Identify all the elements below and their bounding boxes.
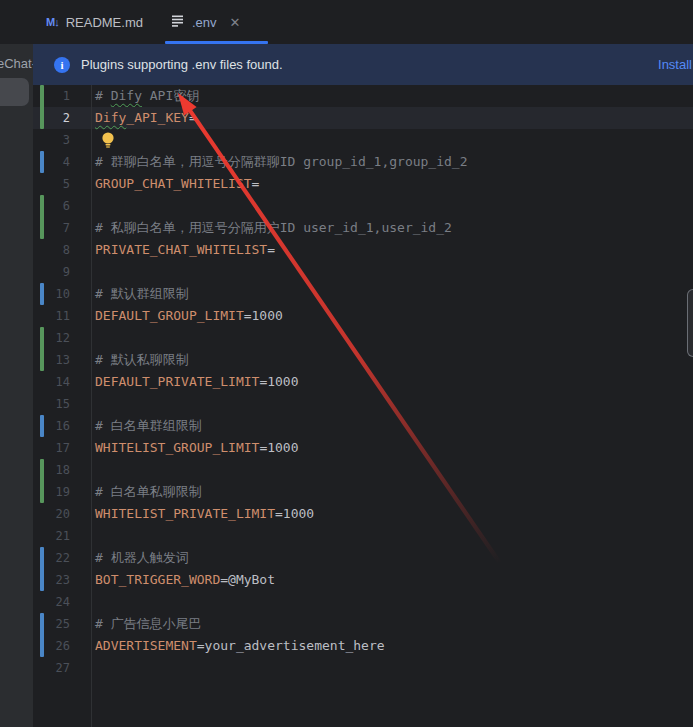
code-line-14[interactable]: 14DEFAULT_PRIVATE_LIMIT=1000 (33, 371, 693, 393)
line-number: 17 (33, 437, 70, 459)
gutter-added-bar[interactable] (40, 327, 44, 371)
code-line-7[interactable]: 7# 私聊白名单，用逗号分隔用户ID user_id_1,user_id_2 (33, 217, 693, 239)
vertical-scrollbar[interactable] (687, 289, 693, 357)
code-line-20[interactable]: 20WHITELIST_PRIVATE_LIMIT=1000 (33, 503, 693, 525)
code-text: GROUP_CHAT_WHITELIST= (95, 173, 259, 195)
plugin-suggestion-banner: i Plugins supporting .env files found. I… (33, 44, 693, 85)
line-number: 26 (33, 635, 70, 657)
code-line-3[interactable]: 3 (33, 129, 693, 151)
code-text: # 默认私聊限制 (95, 349, 189, 371)
line-number: 13 (33, 349, 70, 371)
code-text: Dify_API_KEY= (95, 107, 197, 129)
intention-lightbulb-icon[interactable] (101, 132, 115, 153)
code-line-27[interactable]: 27 (33, 657, 693, 679)
project-panel-button-fragment[interactable] (0, 78, 29, 106)
code-line-17[interactable]: 17WHITELIST_GROUP_LIMIT=1000 (33, 437, 693, 459)
code-line-23[interactable]: 23BOT_TRIGGER_WORD=@MyBot (33, 569, 693, 591)
line-number: 16 (33, 415, 70, 437)
code-text: PRIVATE_CHAT_WHITELIST= (95, 239, 275, 261)
markdown-icon: M↓ (46, 16, 59, 28)
code-line-22[interactable]: 22# 机器人触发词 (33, 547, 693, 569)
line-number: 20 (33, 503, 70, 525)
code-line-21[interactable]: 21 (33, 525, 693, 547)
line-number: 2 (33, 107, 70, 129)
project-tree-item-partial[interactable]: eChat- (0, 56, 36, 71)
gutter-added-bar[interactable] (40, 85, 44, 129)
text-file-icon (171, 14, 185, 30)
code-text: # 白名单私聊限制 (95, 481, 202, 503)
code-text: # 机器人触发词 (95, 547, 189, 569)
info-icon: i (54, 57, 70, 73)
line-number: 22 (33, 547, 70, 569)
code-text: # 群聊白名单，用逗号分隔群聊ID group_id_1,group_id_2 (95, 151, 468, 173)
gutter-modified-bar[interactable] (40, 151, 44, 173)
ide-window: eChat- M↓ README.md .env ✕ i Plugins sup… (0, 0, 693, 727)
line-number: 9 (33, 261, 70, 283)
tab-readme-label: README.md (66, 15, 143, 30)
code-line-26[interactable]: 26ADVERTISEMENT=your_advertisement_here (33, 635, 693, 657)
code-editor[interactable]: 1# Dify API密钥2Dify_API_KEY=34# 群聊白名单，用逗号… (33, 85, 693, 727)
code-line-24[interactable]: 24 (33, 591, 693, 613)
code-text: DEFAULT_PRIVATE_LIMIT=1000 (95, 371, 299, 393)
line-number: 5 (33, 173, 70, 195)
line-number: 14 (33, 371, 70, 393)
gutter-divider (91, 85, 92, 727)
code-line-8[interactable]: 8PRIVATE_CHAT_WHITELIST= (33, 239, 693, 261)
code-line-18[interactable]: 18 (33, 459, 693, 481)
line-number: 1 (33, 85, 70, 107)
code-line-2[interactable]: 2Dify_API_KEY= (33, 107, 693, 129)
code-text: # Dify API密钥 (95, 85, 199, 107)
code-text: ADVERTISEMENT=your_advertisement_here (95, 635, 385, 657)
code-text: # 私聊白名单，用逗号分隔用户ID user_id_1,user_id_2 (95, 217, 452, 239)
code-line-16[interactable]: 16# 白名单群组限制 (33, 415, 693, 437)
banner-message: Plugins supporting .env files found. (81, 57, 283, 72)
code-line-11[interactable]: 11DEFAULT_GROUP_LIMIT=1000 (33, 305, 693, 327)
line-number: 10 (33, 283, 70, 305)
line-number: 4 (33, 151, 70, 173)
code-line-9[interactable]: 9 (33, 261, 693, 283)
project-panel-sliver: eChat- (0, 44, 33, 727)
code-line-15[interactable]: 15 (33, 393, 693, 415)
code-text: # 广告信息小尾巴 (95, 613, 202, 635)
tab-readme[interactable]: M↓ README.md (46, 0, 143, 44)
tab-env-label: .env (192, 15, 217, 30)
line-number: 19 (33, 481, 70, 503)
code-text: WHITELIST_GROUP_LIMIT=1000 (95, 437, 299, 459)
code-text: # 默认群组限制 (95, 283, 189, 305)
code-line-10[interactable]: 10# 默认群组限制 (33, 283, 693, 305)
line-number: 8 (33, 239, 70, 261)
gutter-added-bar[interactable] (40, 459, 44, 503)
gutter-added-bar[interactable] (40, 195, 44, 239)
line-number: 15 (33, 393, 70, 415)
gutter-modified-bar[interactable] (40, 613, 44, 657)
gutter-modified-bar[interactable] (40, 415, 44, 437)
line-number: 11 (33, 305, 70, 327)
line-number: 25 (33, 613, 70, 635)
code-line-12[interactable]: 12 (33, 327, 693, 349)
code-line-6[interactable]: 6 (33, 195, 693, 217)
line-number: 18 (33, 459, 70, 481)
install-plugins-link[interactable]: Install (658, 57, 692, 72)
editor-tab-bar: M↓ README.md .env ✕ (33, 0, 693, 44)
code-line-4[interactable]: 4# 群聊白名单，用逗号分隔群聊ID group_id_1,group_id_2 (33, 151, 693, 173)
code-line-1[interactable]: 1# Dify API密钥 (33, 85, 693, 107)
gutter-modified-bar[interactable] (40, 547, 44, 591)
line-number: 23 (33, 569, 70, 591)
line-number: 6 (33, 195, 70, 217)
code-line-5[interactable]: 5GROUP_CHAT_WHITELIST= (33, 173, 693, 195)
code-line-25[interactable]: 25# 广告信息小尾巴 (33, 613, 693, 635)
line-number: 12 (33, 327, 70, 349)
code-text: DEFAULT_GROUP_LIMIT=1000 (95, 305, 283, 327)
close-icon[interactable]: ✕ (230, 15, 241, 30)
line-number: 7 (33, 217, 70, 239)
line-number: 3 (33, 129, 70, 151)
code-line-19[interactable]: 19# 白名单私聊限制 (33, 481, 693, 503)
line-number: 21 (33, 525, 70, 547)
gutter-modified-bar[interactable] (40, 283, 44, 305)
code-text: BOT_TRIGGER_WORD=@MyBot (95, 569, 275, 591)
line-number: 27 (33, 657, 70, 679)
line-number: 24 (33, 591, 70, 613)
code-line-13[interactable]: 13# 默认私聊限制 (33, 349, 693, 371)
tab-env[interactable]: .env ✕ (171, 0, 240, 44)
code-text: WHITELIST_PRIVATE_LIMIT=1000 (95, 503, 314, 525)
